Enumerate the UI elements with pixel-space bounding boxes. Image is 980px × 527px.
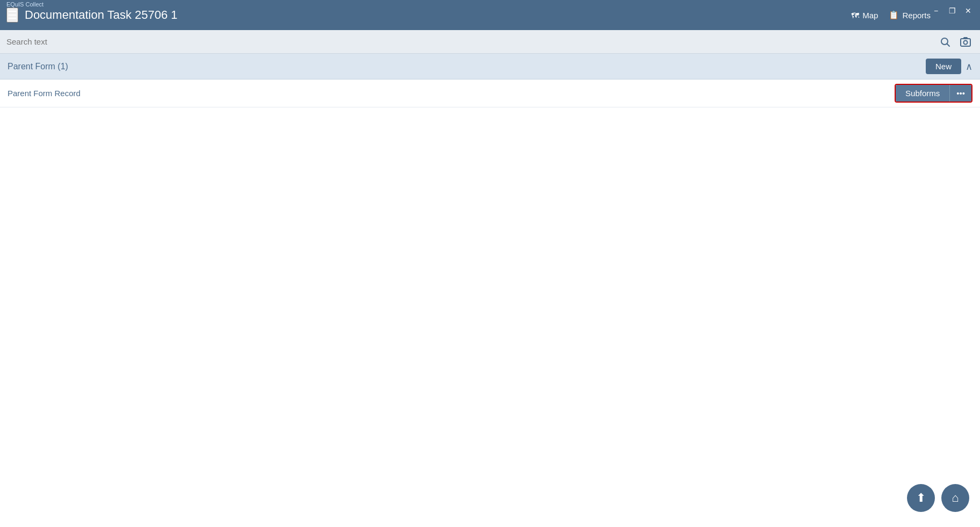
content-area: [0, 107, 980, 527]
fab-container: ⬆ ⌂: [907, 484, 969, 512]
record-row: Parent Form Record Subforms •••: [0, 80, 980, 107]
record-label: Parent Form Record: [8, 89, 81, 98]
minimize-button[interactable]: −: [931, 5, 941, 16]
search-icon: [940, 37, 950, 47]
map-label: Map: [862, 11, 878, 20]
home-fab-button[interactable]: ⌂: [941, 484, 969, 512]
new-button[interactable]: New: [926, 59, 961, 74]
collapse-button[interactable]: ∧: [966, 61, 972, 73]
subforms-button[interactable]: Subforms: [896, 85, 950, 102]
search-button[interactable]: [937, 34, 953, 50]
map-icon: 🗺: [851, 11, 859, 20]
camera-icon: [960, 36, 971, 48]
close-button[interactable]: ✕: [963, 5, 974, 16]
more-options-button[interactable]: •••: [950, 85, 971, 102]
page-title: Documentation Task 25706 1: [25, 8, 178, 22]
map-action[interactable]: 🗺 Map: [851, 11, 878, 20]
svg-rect-2: [961, 39, 970, 46]
section-header: Parent Form (1) New ∧: [0, 54, 980, 80]
reports-action[interactable]: 📋 Reports: [889, 10, 931, 20]
reports-label: Reports: [902, 11, 931, 20]
window-controls: − ❐ ✕: [931, 5, 974, 16]
record-actions: Subforms •••: [895, 84, 972, 103]
svg-line-1: [947, 44, 950, 46]
restore-button[interactable]: ❐: [947, 5, 957, 16]
hamburger-menu-button[interactable]: ☰: [6, 8, 18, 23]
reports-icon: 📋: [889, 10, 899, 20]
home-icon: ⌂: [952, 491, 959, 505]
section-title: Parent Form (1): [8, 62, 68, 71]
title-bar: EQuIS Collect ☰ Documentation Task 25706…: [0, 0, 980, 30]
camera-button[interactable]: [957, 34, 974, 50]
svg-point-3: [964, 40, 968, 44]
section-actions: New ∧: [926, 59, 972, 74]
app-label: EQuIS Collect: [6, 1, 43, 8]
chevron-up-icon: ∧: [966, 61, 972, 72]
upload-fab-button[interactable]: ⬆: [907, 484, 935, 512]
upload-icon: ⬆: [916, 491, 926, 505]
search-bar: [0, 30, 980, 54]
search-input[interactable]: [6, 37, 937, 46]
